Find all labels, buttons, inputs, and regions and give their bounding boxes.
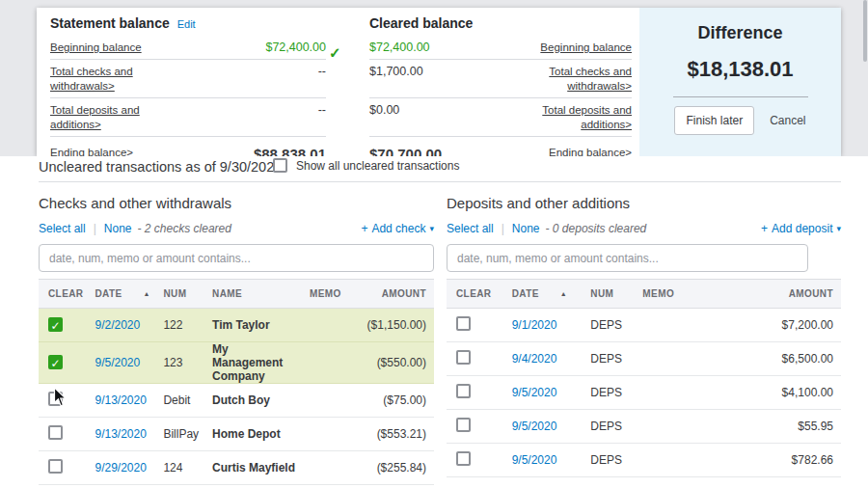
- beginning-balance-value: $72,400.00: [265, 41, 326, 54]
- amount-cell: ($255.84): [362, 451, 434, 485]
- memo-cell: [637, 376, 716, 410]
- num-cell: DEPS: [584, 309, 637, 342]
- cancel-button[interactable]: Cancel: [770, 114, 805, 127]
- select-all-link[interactable]: Select all: [39, 222, 86, 235]
- num-cell: DEPS: [584, 410, 637, 444]
- amount-cell: $6,500.00: [717, 342, 841, 376]
- col-header-date[interactable]: DATE▲: [89, 280, 157, 309]
- name-cell: Tim Taylor: [206, 309, 304, 342]
- num-cell: DEPS: [584, 376, 637, 410]
- select-all-link[interactable]: Select all: [447, 222, 494, 235]
- deposits-panel: Deposits and other additions Select all …: [447, 189, 841, 485]
- total-deposits-link[interactable]: Total deposits and additions>: [50, 103, 168, 132]
- memo-cell: [304, 418, 362, 451]
- clear-checkbox[interactable]: [48, 425, 63, 440]
- amount-cell: $7,200.00: [717, 309, 841, 342]
- cleared-checks-row: $1,700.00 Total checks and withdrawals>: [369, 60, 632, 98]
- amount-cell: $55.95: [717, 410, 841, 444]
- check-row: ✓9/2/2020122Tim Taylor($1,150.00): [39, 309, 434, 342]
- statement-balance-column: Statement balanceEdit Beginning balance …: [37, 8, 326, 156]
- clear-checkbox[interactable]: ✓: [48, 317, 63, 332]
- add-deposit-button[interactable]: + Add deposit ▾: [761, 222, 841, 235]
- date-cell[interactable]: 9/2/2020: [89, 309, 157, 342]
- clear-cell: [447, 410, 506, 444]
- sort-asc-icon: ▲: [560, 290, 567, 297]
- name-cell: Dutch Boy: [206, 384, 304, 418]
- cleared-checks-link[interactable]: Total checks and withdrawals>: [514, 65, 632, 94]
- plus-icon: +: [361, 222, 367, 235]
- col-header-memo: MEMO: [304, 280, 362, 309]
- clear-checkbox[interactable]: [48, 459, 63, 474]
- date-cell[interactable]: 9/5/2020: [506, 410, 585, 444]
- col-header-num: NUM: [157, 280, 206, 309]
- cleared-balance-column: Cleared balance $72,400.00 Beginning bal…: [369, 8, 632, 156]
- col-header-clear: CLEAR: [447, 280, 506, 309]
- scrollbar[interactable]: [863, 0, 867, 62]
- clear-checkbox[interactable]: [456, 418, 471, 432]
- amount-cell: ($553.21): [362, 418, 434, 451]
- add-check-button[interactable]: + Add check ▾: [361, 222, 434, 235]
- check-row: 9/13/2020BillPayHome Depot($553.21): [39, 418, 434, 451]
- clear-checkbox[interactable]: [456, 384, 471, 398]
- edit-link[interactable]: Edit: [177, 18, 196, 30]
- statement-balance-title: Statement balanceEdit: [50, 15, 326, 31]
- check-row: ✓9/5/2020123My Management Company($550.0…: [39, 342, 434, 384]
- total-deposits-value: --: [318, 103, 326, 117]
- checks-search-input[interactable]: [39, 244, 434, 272]
- clear-checkbox[interactable]: ✓: [48, 355, 63, 369]
- date-cell[interactable]: 9/13/2020: [89, 384, 157, 418]
- date-cell[interactable]: 9/4/2020: [506, 342, 585, 376]
- total-checks-link[interactable]: Total checks and withdrawals>: [50, 65, 168, 94]
- date-cell[interactable]: 9/29/2020: [89, 451, 157, 485]
- amount-cell: $782.66: [717, 444, 841, 477]
- clear-checkbox[interactable]: [456, 350, 471, 365]
- finish-later-button[interactable]: Finish later: [674, 106, 754, 135]
- cleared-checks-value: $1,700.00: [369, 65, 423, 78]
- deposit-row: 9/4/2020DEPS$6,500.00: [447, 342, 841, 376]
- show-all-checkbox[interactable]: [273, 158, 287, 173]
- col-header-clear: CLEAR: [39, 280, 89, 309]
- date-cell[interactable]: 9/5/2020: [506, 376, 585, 410]
- select-none-link[interactable]: None: [104, 222, 132, 235]
- caret-down-icon: ▾: [836, 224, 841, 233]
- total-checks-value: --: [318, 65, 326, 78]
- deposits-table: CLEAR DATE▲ NUM MEMO AMOUNT 9/1/2020DEPS…: [447, 279, 841, 477]
- check-row: 9/13/2020DebitDutch Boy($75.00): [39, 384, 434, 418]
- clear-checkbox[interactable]: [456, 451, 471, 466]
- date-cell[interactable]: 9/5/2020: [506, 444, 585, 477]
- col-header-date[interactable]: DATE▲: [506, 280, 585, 309]
- mouse-cursor: [53, 387, 68, 408]
- cleared-beginning-value: $72,400.00: [369, 41, 430, 54]
- deposits-search-input[interactable]: [447, 244, 808, 272]
- deposit-row: 9/5/2020DEPS$55.95: [447, 410, 841, 444]
- date-cell[interactable]: 9/13/2020: [89, 418, 157, 451]
- cleared-deposits-link[interactable]: Total deposits and additions>: [514, 103, 632, 132]
- cleared-balance-title: Cleared balance: [369, 15, 632, 31]
- memo-cell: [637, 342, 716, 376]
- num-cell: 122: [157, 309, 206, 342]
- memo-cell: [304, 342, 362, 384]
- caret-down-icon: ▾: [429, 224, 434, 233]
- check-icon: ✓: [329, 44, 341, 62]
- memo-cell: [637, 444, 716, 477]
- clear-cell: [39, 418, 89, 451]
- beginning-balance-link[interactable]: Beginning balance: [50, 41, 142, 55]
- col-header-name: NAME: [206, 280, 304, 309]
- num-cell: DEPS: [584, 342, 637, 376]
- name-cell: Curtis Mayfield: [206, 451, 304, 485]
- clear-checkbox[interactable]: [456, 316, 471, 331]
- select-none-link[interactable]: None: [512, 222, 540, 235]
- checks-panel: Checks and other withdrawals Select all …: [39, 189, 434, 485]
- clear-cell: [447, 309, 506, 342]
- num-cell: DEPS: [584, 444, 637, 477]
- col-header-amount: AMOUNT: [717, 280, 841, 309]
- check-row: 9/29/2020124Curtis Mayfield($255.84): [39, 451, 434, 485]
- add-check-label: Add check: [371, 222, 425, 235]
- num-cell: 123: [157, 342, 206, 384]
- cleared-beginning-row: $72,400.00 Beginning balance: [369, 36, 632, 60]
- date-cell[interactable]: 9/5/2020: [89, 342, 157, 384]
- difference-title: Difference: [639, 23, 841, 43]
- statement-checks-row: Total checks and withdrawals> --: [50, 60, 326, 98]
- cleared-beginning-link[interactable]: Beginning balance: [540, 41, 632, 55]
- date-cell[interactable]: 9/1/2020: [506, 309, 585, 342]
